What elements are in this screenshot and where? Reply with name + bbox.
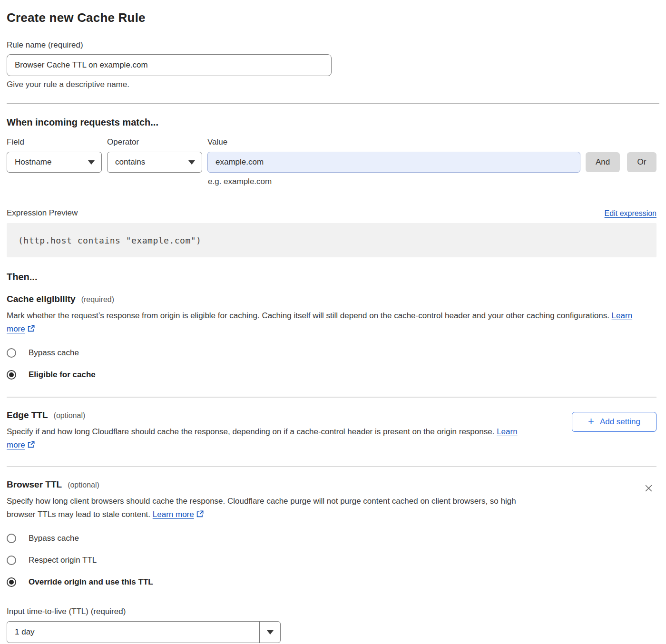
rule-name-input[interactable] [7,54,332,76]
radio-label: Respect origin TTL [29,556,97,565]
edge-ttl-title-row: Edge TTL (optional) [7,410,530,420]
ttl-input-label: Input time-to-live (TTL) (required) [7,607,656,616]
divider [7,103,659,104]
external-link-icon [27,324,35,332]
ttl-select-value: 1 day [7,622,259,643]
rule-name-label: Rule name (required) [7,40,656,50]
ttl-select[interactable]: 1 day [7,621,281,643]
edge-ttl-description: Specify if and how long Cloudflare shoul… [7,425,530,452]
radio-label: Override origin and use this TTL [29,577,153,587]
edge-ttl-description-text: Specify if and how long Cloudflare shoul… [7,427,494,436]
operator-select[interactable]: contains [107,152,202,173]
field-column: Field Hostname [7,137,102,173]
browser-ttl-description-text: Specify how long client browsers should … [7,497,516,519]
field-select-value: Hostname [15,157,51,167]
radio-option-override-origin-ttl[interactable]: Override origin and use this TTL [7,577,656,587]
radio-option-respect-origin-ttl[interactable]: Respect origin TTL [7,556,656,565]
browser-ttl-text-block: Browser TTL (optional) Specify how long … [7,479,525,521]
radio-label: Eligible for cache [29,370,96,380]
operator-column: Operator contains [107,137,202,173]
cache-eligibility-header: Cache eligibility (required) [7,294,656,304]
cache-eligibility-required-tag: (required) [81,295,114,304]
plus-icon: + [588,416,594,427]
value-column: Value [207,137,580,173]
radio-option-eligible-for-cache[interactable]: Eligible for cache [7,370,656,380]
cache-eligibility-description-text: Mark whether the request’s response from… [7,311,609,320]
edge-ttl-title: Edge TTL [7,410,48,420]
external-link-icon [196,510,204,518]
browser-ttl-title-row: Browser TTL (optional) [7,479,525,490]
rule-name-help: Give your rule a descriptive name. [7,80,656,89]
value-help: e.g. example.com [208,177,656,186]
value-input[interactable] [207,152,580,173]
radio-option-bypass-cache[interactable]: Bypass cache [7,348,656,358]
browser-ttl-optional-tag: (optional) [68,481,99,489]
match-row: Field Hostname Operator contains Value A… [7,137,656,173]
operator-select-value: contains [115,157,145,167]
match-heading: When incoming requests match... [7,117,656,128]
ttl-select-arrow[interactable] [259,622,280,643]
field-select[interactable]: Hostname [7,152,102,173]
remove-browser-ttl-button[interactable] [642,481,656,497]
chevron-down-icon [188,160,195,165]
value-label: Value [207,137,580,147]
edge-ttl-text-block: Edge TTL (optional) Specify if and how l… [7,410,530,452]
page-title: Create new Cache Rule [7,10,656,25]
browser-ttl-title: Browser TTL [7,479,62,490]
radio-icon[interactable] [7,556,16,565]
browser-ttl-learn-more-link[interactable]: Learn more [153,510,194,519]
add-setting-label: Add setting [600,417,640,427]
radio-icon[interactable] [7,348,16,358]
cache-eligibility-title: Cache eligibility [7,294,76,304]
operator-label: Operator [107,137,202,147]
radio-label: Bypass cache [29,348,79,358]
divider [7,466,656,467]
chevron-down-icon [88,160,95,165]
radio-icon[interactable] [7,577,16,587]
radio-icon[interactable] [7,534,16,543]
expression-code-block: (http.host contains "example.com") [7,223,656,257]
edge-ttl-header: Edge TTL (optional) Specify if and how l… [7,410,656,452]
radio-label: Bypass cache [29,534,79,543]
browser-ttl-description: Specify how long client browsers should … [7,495,525,521]
chevron-down-icon [267,630,274,634]
field-label: Field [7,137,102,147]
edge-ttl-optional-tag: (optional) [54,411,86,420]
divider [7,397,656,398]
expression-preview-row: Expression Preview Edit expression [7,208,656,218]
and-button[interactable]: And [586,152,620,172]
external-link-icon [27,440,35,449]
cache-eligibility-description: Mark whether the request’s response from… [7,309,642,336]
browser-ttl-header: Browser TTL (optional) Specify how long … [7,479,656,521]
add-setting-button[interactable]: + Add setting [572,412,656,432]
edit-expression-link[interactable]: Edit expression [605,209,656,218]
close-icon [644,483,654,493]
or-button[interactable]: Or [627,152,656,172]
radio-option-browser-bypass-cache[interactable]: Bypass cache [7,534,656,543]
then-heading: Then... [7,272,656,283]
expression-preview-label: Expression Preview [7,208,78,218]
radio-icon[interactable] [7,370,16,380]
